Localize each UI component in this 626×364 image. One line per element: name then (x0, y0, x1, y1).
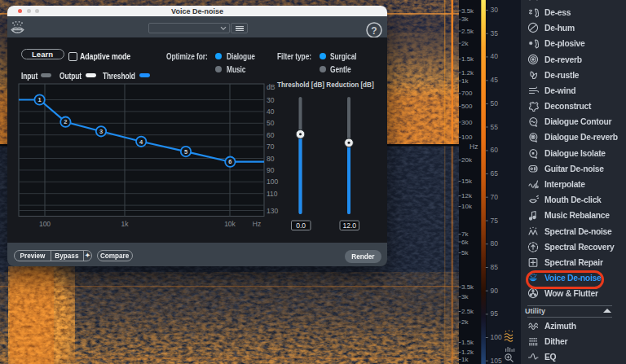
svg-text:1.5k: 1.5k (461, 339, 474, 346)
svg-text:70: 70 (267, 143, 275, 151)
svg-text:1k: 1k (461, 356, 469, 363)
svg-text:1k: 1k (461, 77, 469, 85)
svg-text:100: 100 (39, 220, 51, 228)
svg-text:90: 90 (267, 166, 275, 174)
svg-text:100: 100 (461, 134, 473, 141)
svg-text:6k: 6k (461, 239, 469, 246)
svg-text:12k: 12k (461, 192, 473, 200)
svg-text:6: 6 (228, 158, 231, 165)
svg-text:130: 130 (267, 207, 278, 215)
svg-text:15k: 15k (461, 178, 473, 185)
svg-text:80: 80 (267, 155, 275, 163)
svg-text:45: 45 (491, 76, 499, 84)
svg-text:100: 100 (267, 178, 278, 186)
svg-text:2.5k: 2.5k (461, 28, 474, 35)
svg-text:30: 30 (491, 6, 499, 14)
svg-text:Reduction [dB]: Reduction [dB] (326, 80, 373, 89)
svg-text:1.2k: 1.2k (461, 349, 474, 356)
svg-text:700: 700 (461, 90, 473, 97)
svg-text:500: 500 (461, 103, 473, 110)
svg-text:110: 110 (267, 190, 278, 198)
svg-text:1.2k: 1.2k (461, 69, 474, 77)
svg-text:60: 60 (267, 131, 275, 139)
svg-text:2k: 2k (461, 40, 469, 47)
svg-text:40: 40 (491, 52, 499, 60)
svg-text:2k: 2k (461, 318, 469, 326)
svg-text:65: 65 (491, 169, 499, 178)
svg-text:3k: 3k (461, 293, 469, 300)
svg-text:105: 105 (491, 357, 502, 364)
svg-text:1k: 1k (121, 220, 130, 228)
svg-text:30: 30 (267, 96, 275, 104)
svg-text:55: 55 (491, 123, 499, 131)
svg-text:300: 300 (461, 119, 473, 126)
svg-text:0.0: 0.0 (296, 221, 306, 230)
svg-text:40: 40 (267, 107, 275, 116)
svg-text:10k: 10k (461, 203, 473, 210)
svg-text:2: 2 (64, 118, 67, 125)
svg-text:Threshold [dB]: Threshold [dB] (277, 80, 324, 89)
svg-text:20k: 20k (461, 156, 473, 164)
svg-text:7k: 7k (461, 230, 469, 238)
svg-text:3.5k: 3.5k (461, 283, 474, 291)
svg-text:95: 95 (491, 309, 499, 318)
svg-text:3.5k: 3.5k (461, 7, 474, 15)
svg-text:35: 35 (491, 29, 499, 37)
svg-text:70: 70 (491, 193, 499, 201)
svg-text:12.0: 12.0 (342, 221, 356, 230)
svg-text:50: 50 (491, 99, 499, 107)
svg-text:dB: dB (267, 83, 276, 91)
svg-text:75: 75 (491, 217, 499, 225)
svg-text:1.5k: 1.5k (461, 55, 474, 63)
svg-text:3k: 3k (461, 15, 469, 23)
svg-text:Hz: Hz (253, 220, 261, 228)
svg-text:5: 5 (184, 148, 187, 156)
svg-text:100: 100 (491, 333, 502, 341)
svg-text:60: 60 (491, 146, 499, 154)
svg-text:1: 1 (38, 96, 42, 103)
svg-text:3: 3 (99, 128, 103, 135)
svg-text:85: 85 (491, 263, 499, 271)
svg-text:2.5k: 2.5k (461, 308, 474, 315)
svg-text:90: 90 (491, 287, 499, 295)
svg-text:50: 50 (267, 119, 275, 127)
svg-text:80: 80 (491, 239, 499, 248)
svg-text:Hz: Hz (470, 143, 478, 151)
svg-text:5k: 5k (461, 249, 469, 257)
svg-text:10k: 10k (224, 220, 236, 228)
